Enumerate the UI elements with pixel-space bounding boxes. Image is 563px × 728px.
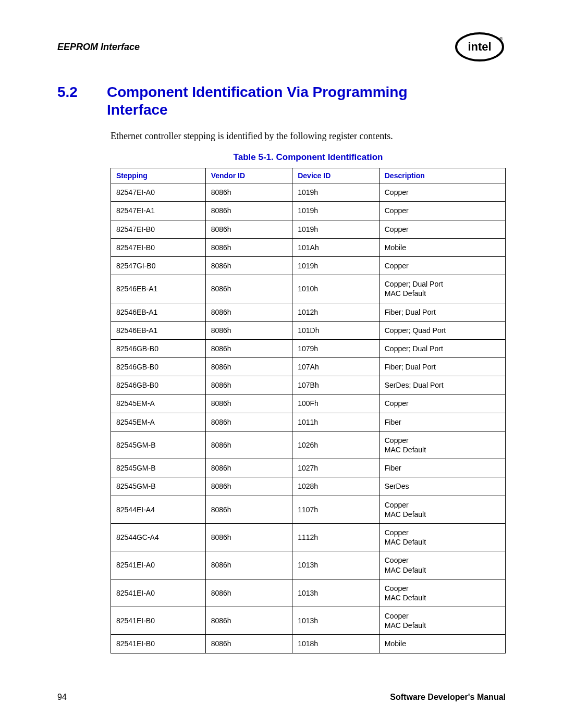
cell-description: Copper (379, 256, 505, 275)
cell-vendor: 8086h (205, 275, 292, 303)
intro-paragraph: Ethernet controller stepping is identifi… (111, 131, 506, 142)
table-row: 82546GB-B08086h1079hCopper; Dual Port (111, 339, 506, 357)
cell-device: 1026h (292, 431, 380, 459)
cell-device: 1011h (292, 413, 380, 431)
cell-description: Copper; Dual Port (379, 339, 505, 357)
cell-vendor: 8086h (205, 431, 292, 459)
cell-stepping: 82541EI-A0 (111, 579, 206, 607)
cell-vendor: 8086h (205, 202, 292, 220)
cell-stepping: 82541EI-B0 (111, 607, 206, 635)
cell-description: SerDes; Dual Port (379, 376, 505, 394)
cell-device: 1027h (292, 459, 380, 477)
cell-description: CooperMAC Default (379, 551, 505, 579)
table-row: 82541EI-A08086h1013hCooperMAC Default (111, 579, 506, 607)
table-row: 82544EI-A48086h1107hCopperMAC Default (111, 496, 506, 523)
cell-device: 1028h (292, 477, 380, 496)
cell-vendor: 8086h (205, 339, 292, 357)
cell-stepping: 82541EI-B0 (111, 635, 206, 653)
cell-vendor: 8086h (205, 220, 292, 238)
cell-stepping: 82545GM-B (111, 459, 206, 477)
cell-vendor: 8086h (205, 607, 292, 635)
cell-device: 107Bh (292, 376, 380, 394)
cell-description: CopperMAC Default (379, 496, 505, 523)
cell-device: 1013h (292, 551, 380, 579)
table-header-row: Stepping Vendor ID Device ID Description (111, 168, 506, 183)
table-row: 82547EI-A18086h1019hCopper (111, 202, 506, 220)
cell-description: Fiber (379, 413, 505, 431)
cell-description: CopperMAC Default (379, 431, 505, 459)
cell-stepping: 82546EB-A1 (111, 303, 206, 321)
cell-vendor: 8086h (205, 394, 292, 413)
cell-device: 1019h (292, 183, 380, 202)
cell-vendor: 8086h (205, 303, 292, 321)
cell-description: Fiber; Dual Port (379, 303, 505, 321)
cell-vendor: 8086h (205, 551, 292, 579)
cell-description: CooperMAC Default (379, 607, 505, 635)
table-row: 82547EI-B08086h1019hCopper (111, 220, 506, 238)
cell-stepping: 82547EI-A0 (111, 183, 206, 202)
table-row: 82541EI-B08086h1018hMobile (111, 635, 506, 653)
cell-device: 1019h (292, 220, 380, 238)
cell-device: 1107h (292, 496, 380, 523)
cell-vendor: 8086h (205, 496, 292, 523)
col-header-device: Device ID (292, 168, 380, 183)
header-title: EEPROM Interface (57, 42, 140, 53)
cell-vendor: 8086h (205, 477, 292, 496)
cell-description: Copper (379, 183, 505, 202)
cell-stepping: 82547GI-B0 (111, 256, 206, 275)
page: EEPROM Interface intel ® 5.2 Component I… (0, 0, 563, 728)
cell-stepping: 82547EI-A1 (111, 202, 206, 220)
col-header-stepping: Stepping (111, 168, 206, 183)
cell-description: Copper; Dual PortMAC Default (379, 275, 505, 303)
cell-stepping: 82546GB-B0 (111, 358, 206, 376)
cell-description: Mobile (379, 238, 505, 256)
cell-stepping: 82541EI-A0 (111, 551, 206, 579)
cell-stepping: 82546EB-A1 (111, 275, 206, 303)
cell-vendor: 8086h (205, 459, 292, 477)
table-row: 82546GB-B08086h107BhSerDes; Dual Port (111, 376, 506, 394)
table-caption: Table 5-1. Component Identification (111, 152, 506, 163)
cell-vendor: 8086h (205, 413, 292, 431)
cell-stepping: 82545GM-B (111, 477, 206, 496)
table-row: 82541EI-A08086h1013hCooperMAC Default (111, 551, 506, 579)
cell-stepping: 82546GB-B0 (111, 339, 206, 357)
table-row: 82545GM-B8086h1027hFiber (111, 459, 506, 477)
cell-stepping: 82544GC-A4 (111, 523, 206, 551)
cell-vendor: 8086h (205, 579, 292, 607)
cell-description: Copper (379, 202, 505, 220)
cell-device: 1019h (292, 256, 380, 275)
cell-device: 1019h (292, 202, 380, 220)
section-title: Component Identification Via Programming… (107, 83, 420, 118)
cell-vendor: 8086h (205, 183, 292, 202)
cell-stepping: 82545GM-B (111, 431, 206, 459)
cell-description: SerDes (379, 477, 505, 496)
svg-text:intel: intel (468, 40, 491, 53)
cell-description: CooperMAC Default (379, 579, 505, 607)
doc-title: Software Developer's Manual (390, 693, 506, 702)
cell-stepping: 82546EB-A1 (111, 321, 206, 339)
cell-vendor: 8086h (205, 635, 292, 653)
section-heading: 5.2 Component Identification Via Program… (57, 83, 506, 118)
table-row: 82545GM-B8086h1028hSerDes (111, 477, 506, 496)
cell-description: Mobile (379, 635, 505, 653)
cell-device: 101Ah (292, 238, 380, 256)
cell-device: 1079h (292, 339, 380, 357)
cell-device: 1010h (292, 275, 380, 303)
cell-stepping: 82547EI-B0 (111, 220, 206, 238)
table-row: 82546EB-A18086h1012hFiber; Dual Port (111, 303, 506, 321)
section-number: 5.2 (57, 83, 78, 101)
table-container: Table 5-1. Component Identification Step… (111, 152, 506, 653)
page-footer: 94 Software Developer's Manual (57, 693, 506, 702)
table-row: 82547EI-B08086h101AhMobile (111, 238, 506, 256)
cell-stepping: 82545EM-A (111, 413, 206, 431)
cell-stepping: 82545EM-A (111, 394, 206, 413)
table-row: 82545GM-B8086h1026hCopperMAC Default (111, 431, 506, 459)
component-id-table: Stepping Vendor ID Device ID Description… (111, 168, 506, 653)
svg-text:®: ® (499, 36, 503, 42)
table-row: 82545EM-A8086h100FhCopper (111, 394, 506, 413)
cell-stepping: 82544EI-A4 (111, 496, 206, 523)
cell-vendor: 8086h (205, 376, 292, 394)
page-number: 94 (57, 693, 67, 702)
col-header-vendor: Vendor ID (205, 168, 292, 183)
cell-device: 100Fh (292, 394, 380, 413)
